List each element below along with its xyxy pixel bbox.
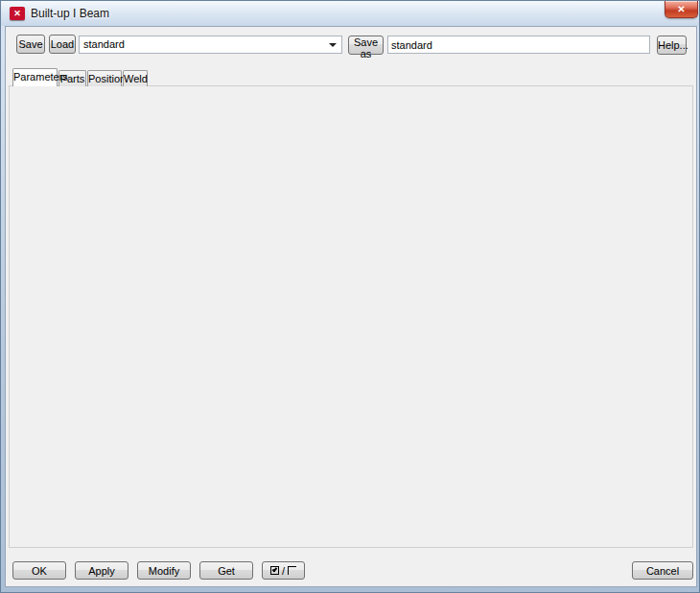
checked-box-icon xyxy=(270,566,279,575)
close-button[interactable]: ✕ xyxy=(665,1,698,18)
toggle-separator: / xyxy=(282,565,285,577)
cancel-button[interactable]: Cancel xyxy=(632,561,693,580)
empty-box-icon xyxy=(288,566,296,575)
help-button[interactable]: Help... xyxy=(657,36,687,55)
window-title: Built-up I Beam xyxy=(31,7,109,20)
tab-page-parameters xyxy=(9,85,693,548)
tab-parameters[interactable]: Parameters xyxy=(12,68,58,86)
tab-weld[interactable]: Weld xyxy=(123,70,148,86)
titlebar: ✕ Built-up I Beam xyxy=(1,1,699,26)
dialog-window: ✕ Built-up I Beam ✕ Save Load standard S… xyxy=(0,0,700,593)
apply-button[interactable]: Apply xyxy=(75,561,128,580)
get-button[interactable]: Get xyxy=(199,561,253,580)
save-button[interactable]: Save xyxy=(16,35,45,54)
toggle-fields-button[interactable]: / xyxy=(262,561,305,580)
chevron-down-icon xyxy=(329,43,337,47)
modify-button[interactable]: Modify xyxy=(137,561,191,580)
load-button[interactable]: Load xyxy=(49,35,76,54)
saved-settings-combobox[interactable]: standard xyxy=(79,36,342,54)
app-icon: ✕ xyxy=(10,7,25,20)
tab-position[interactable]: Position xyxy=(87,70,122,86)
saved-settings-value: standard xyxy=(83,38,125,50)
save-as-input[interactable] xyxy=(387,36,650,54)
ok-button[interactable]: OK xyxy=(12,561,66,580)
close-icon: ✕ xyxy=(677,4,685,14)
save-as-button[interactable]: Save as xyxy=(348,36,384,55)
